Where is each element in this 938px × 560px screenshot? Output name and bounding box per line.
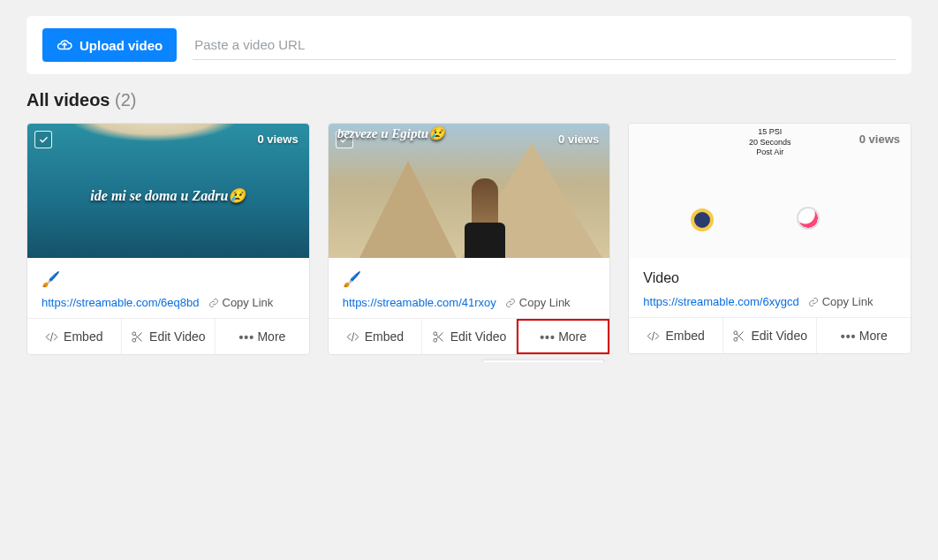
embed-button[interactable]: Embed xyxy=(329,319,423,354)
page-title: All videos (2) xyxy=(26,90,912,110)
scissors-icon xyxy=(131,330,144,344)
video-thumbnail[interactable]: 0 views ide mi se doma u Zadru😢 xyxy=(27,124,309,258)
thumbnail-caption: ide mi se doma u Zadru😢 xyxy=(27,187,309,204)
dots-icon: ••• xyxy=(540,330,553,344)
paste-url-input[interactable] xyxy=(193,30,896,60)
edit-video-button[interactable]: Edit Video xyxy=(122,319,216,354)
svg-point-3 xyxy=(434,338,437,342)
code-icon xyxy=(647,329,660,343)
dots-icon: ••• xyxy=(841,329,854,343)
dropdown-analytics[interactable]: Analytics xyxy=(483,360,603,362)
edit-video-button[interactable]: Edit Video xyxy=(723,318,818,353)
svg-point-8 xyxy=(734,337,738,341)
copy-link-button[interactable]: Copy Link xyxy=(208,296,274,309)
upload-video-label: Upload video xyxy=(79,38,163,53)
more-button[interactable]: ••• More xyxy=(817,318,911,353)
cloud-upload-icon xyxy=(57,37,72,53)
copy-link-button[interactable]: Copy Link xyxy=(808,295,874,308)
video-url-link[interactable]: https://streamable.com/6eq8bd xyxy=(42,296,200,309)
copy-link-button[interactable]: Copy Link xyxy=(505,296,571,309)
top-bar: Upload video xyxy=(26,16,912,74)
video-url-link[interactable]: https://streamable.com/6xygcd xyxy=(643,295,798,308)
views-badge: 0 views xyxy=(859,132,900,146)
video-url-link[interactable]: https://streamable.com/41rxoy xyxy=(343,296,496,309)
gauge-icon xyxy=(795,205,821,231)
views-badge: 0 views xyxy=(257,132,298,146)
svg-point-7 xyxy=(734,330,738,334)
svg-point-1 xyxy=(132,338,136,342)
thumbnail-caption: bezveze u Egiptu😢 xyxy=(337,125,610,141)
embed-button[interactable]: Embed xyxy=(27,319,122,354)
scissors-icon xyxy=(732,329,745,343)
more-dropdown: Analytics Edit thumbnail Privacy Replace… xyxy=(482,359,604,362)
video-title: Video xyxy=(643,270,896,286)
more-button[interactable]: ••• More xyxy=(517,319,610,354)
link-icon xyxy=(208,298,219,308)
video-count: (2) xyxy=(115,90,136,110)
link-icon xyxy=(808,297,819,307)
video-card: 0 views ide mi se doma u Zadru😢 🖌️ https… xyxy=(26,123,310,355)
processing-icon: 🖌️ xyxy=(42,270,60,289)
video-card: 15 PSI 20 Seconds Post Air 0 views Video… xyxy=(628,123,912,354)
code-icon xyxy=(346,330,359,344)
code-icon xyxy=(45,330,58,344)
dots-icon: ••• xyxy=(238,330,252,344)
embed-button[interactable]: Embed xyxy=(629,318,723,353)
video-card: 0 views bezveze u Egiptu😢 🖌️ https://str… xyxy=(328,123,611,355)
svg-point-2 xyxy=(434,331,437,335)
scissors-icon xyxy=(432,330,445,344)
select-checkbox[interactable] xyxy=(34,131,52,148)
page-title-text: All videos xyxy=(26,90,110,110)
edit-video-button[interactable]: Edit Video xyxy=(422,319,517,354)
thumbnail-overlay-text: 15 PSI 20 Seconds Post Air xyxy=(749,127,791,158)
video-thumbnail[interactable]: 0 views bezveze u Egiptu😢 xyxy=(329,124,610,258)
upload-video-button[interactable]: Upload video xyxy=(42,28,177,62)
svg-point-0 xyxy=(132,331,136,335)
video-thumbnail[interactable]: 15 PSI 20 Seconds Post Air 0 views xyxy=(629,124,911,258)
video-grid: 0 views ide mi se doma u Zadru😢 🖌️ https… xyxy=(0,123,938,355)
processing-icon: 🖌️ xyxy=(343,270,361,289)
gauge-icon xyxy=(691,208,714,231)
more-button[interactable]: ••• More xyxy=(216,319,309,354)
link-icon xyxy=(505,298,516,308)
